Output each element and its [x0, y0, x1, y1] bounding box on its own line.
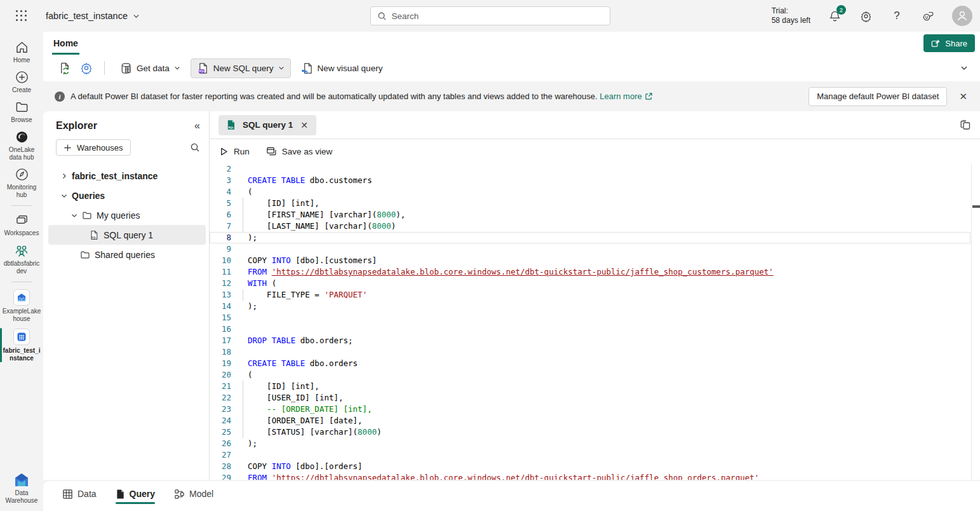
- explorer-search-icon[interactable]: [190, 142, 200, 153]
- notifications-button[interactable]: 2: [828, 9, 842, 23]
- code-line-27[interactable]: 27: [210, 449, 980, 461]
- line-number: 5: [210, 198, 231, 209]
- folder-icon: [82, 210, 92, 221]
- line-number: 3: [210, 175, 231, 186]
- line-number: 10: [210, 255, 231, 266]
- user-avatar[interactable]: [952, 6, 972, 26]
- code-line-2[interactable]: 2: [210, 163, 980, 175]
- tab-sql-query-1[interactable]: SQL SQL query 1 ✕: [218, 115, 316, 135]
- code-line-6[interactable]: 6 [FIRST_NAME] [varchar](8000),: [210, 209, 980, 221]
- rail-item-fabric-test-instance[interactable]: fabric_test_instance: [0, 325, 43, 365]
- folder-icon: [15, 100, 29, 114]
- code-text: COPY INTO [dbo].[customers]: [248, 255, 377, 266]
- refresh-dataset-button[interactable]: [56, 59, 74, 77]
- tab-home[interactable]: Home: [52, 34, 79, 55]
- code-line-13[interactable]: 13 FILE_TYPE = 'PARQUET': [210, 289, 980, 301]
- explorer-title: Explorer: [56, 120, 194, 132]
- line-number: 7: [210, 221, 231, 232]
- help-button[interactable]: ?: [890, 9, 904, 23]
- collapse-explorer-icon[interactable]: «: [194, 120, 200, 132]
- code-text: FILE_TYPE = 'PARQUET': [248, 289, 367, 301]
- rail-item-create[interactable]: Create: [0, 67, 43, 97]
- code-line-16[interactable]: 16: [210, 324, 980, 335]
- code-line-28[interactable]: 28COPY INTO [dbo].[orders]: [210, 461, 980, 472]
- code-line-8[interactable]: 8);: [210, 232, 980, 243]
- rail-item-data-warehouse[interactable]: Data Warehouse: [0, 469, 43, 507]
- code-line-22[interactable]: 22 [USER_ID] [int],: [210, 392, 980, 404]
- tree-item-queries[interactable]: Queries: [48, 186, 206, 205]
- add-warehouses-button[interactable]: Warehouses: [56, 139, 131, 156]
- code-line-7[interactable]: 7 [LAST_NAME] [varchar](8000): [210, 221, 980, 232]
- toolbar-divider: [104, 61, 105, 75]
- tab-data[interactable]: Data: [62, 489, 97, 504]
- tree-item-my-queries[interactable]: My queries: [48, 205, 206, 225]
- line-number: 9: [210, 243, 231, 255]
- new-sql-query-button[interactable]: SQL New SQL query: [191, 58, 291, 78]
- tree-item-shared-queries[interactable]: Shared queries: [48, 245, 206, 264]
- external-link-icon: [645, 92, 653, 100]
- settings-button[interactable]: [859, 9, 873, 23]
- code-editor[interactable]: 23CREATE TABLE dbo.customers4(5 [ID] [in…: [210, 163, 980, 480]
- rail-item-workspaces[interactable]: Workspaces: [0, 210, 43, 240]
- rail-divider: [11, 282, 32, 282]
- rail-item-examplelakehouse[interactable]: ExampleLakehouse: [0, 286, 43, 325]
- code-line-21[interactable]: 21 [ID] [int],: [210, 381, 980, 392]
- feedback-button[interactable]: [921, 9, 935, 23]
- code-line-20[interactable]: 20(: [210, 369, 980, 381]
- tree-item-sql-query-1[interactable]: SQL SQL query 1: [48, 225, 206, 245]
- line-number: 8: [210, 232, 231, 243]
- get-data-button[interactable]: Get data: [114, 58, 187, 78]
- line-number: 23: [210, 404, 231, 415]
- settings-tool-button[interactable]: [77, 59, 95, 77]
- tab-model[interactable]: Model: [174, 489, 213, 504]
- app-launcher-icon[interactable]: [9, 3, 34, 29]
- line-number: 28: [210, 461, 231, 472]
- rail-item-dbtlabsfabricdev[interactable]: dbtlabsfabricdev: [0, 240, 43, 278]
- code-line-18[interactable]: 18: [210, 346, 980, 358]
- gear-blue-icon: [80, 62, 93, 74]
- tab-query[interactable]: Query: [116, 489, 155, 504]
- code-line-25[interactable]: 25 [STATUS] [varchar](8000): [210, 426, 980, 438]
- workspace-switcher[interactable]: fabric_test_instance: [46, 11, 140, 21]
- new-visual-query-button[interactable]: New visual query: [295, 58, 389, 78]
- rail-item-monitoring-hub[interactable]: Monitoring hub: [0, 164, 43, 201]
- banner-close-icon[interactable]: ✕: [959, 91, 967, 102]
- close-tab-icon[interactable]: ✕: [299, 120, 309, 130]
- code-line-12[interactable]: 12WITH (: [210, 278, 980, 289]
- search-input[interactable]: Search: [370, 6, 610, 25]
- query-document-icon: [116, 489, 125, 500]
- rail-item-home[interactable]: Home: [0, 37, 43, 67]
- line-number: 6: [210, 209, 231, 221]
- run-button[interactable]: Run: [219, 147, 250, 156]
- sql-file-green-icon: SQL: [225, 119, 236, 130]
- code-line-14[interactable]: 14);: [210, 301, 980, 312]
- code-line-29[interactable]: 29FROM 'https://dbtlabsynapsedatalake.bl…: [210, 472, 980, 480]
- code-line-5[interactable]: 5 [ID] [int],: [210, 198, 980, 209]
- code-line-4[interactable]: 4(: [210, 186, 980, 198]
- code-line-19[interactable]: 19CREATE TABLE dbo.orders: [210, 358, 980, 369]
- svg-text:SQL: SQL: [199, 69, 205, 72]
- save-as-view-button[interactable]: Save as view: [266, 146, 333, 157]
- code-line-11[interactable]: 11FROM 'https://dbtlabsynapsedatalake.bl…: [210, 266, 980, 278]
- editor-scrollbar[interactable]: [971, 163, 980, 480]
- code-line-15[interactable]: 15: [210, 312, 980, 324]
- manage-default-dataset-button[interactable]: Manage default Power BI dataset: [809, 87, 947, 106]
- code-line-3[interactable]: 3CREATE TABLE dbo.customers: [210, 175, 980, 186]
- code-line-26[interactable]: 26);: [210, 438, 980, 449]
- tree-item-warehouse[interactable]: fabric_test_instance: [48, 166, 206, 186]
- lakehouse-icon: [13, 289, 30, 306]
- code-line-23[interactable]: 23 -- [ORDER_DATE] [int],: [210, 404, 980, 415]
- code-text: DROP TABLE dbo.orders;: [248, 335, 353, 346]
- code-line-10[interactable]: 10COPY INTO [dbo].[customers]: [210, 255, 980, 266]
- share-button[interactable]: Share: [923, 34, 975, 52]
- code-line-17[interactable]: 17DROP TABLE dbo.orders;: [210, 335, 980, 346]
- code-text: [FIRST_NAME] [varchar](8000),: [248, 209, 405, 221]
- explorer-panel: Explorer « Warehouses fabric_test_instan…: [43, 111, 210, 480]
- collapse-ribbon-chevron-icon[interactable]: [960, 64, 969, 72]
- copy-icon[interactable]: [960, 119, 971, 131]
- learn-more-link[interactable]: Learn more: [600, 92, 652, 101]
- code-line-9[interactable]: 9: [210, 243, 980, 255]
- rail-item-browse[interactable]: Browse: [0, 97, 43, 126]
- code-line-24[interactable]: 24 [ORDER_DATE] [date],: [210, 415, 980, 426]
- rail-item-onelake-data-hub[interactable]: OneLake data hub: [0, 126, 43, 164]
